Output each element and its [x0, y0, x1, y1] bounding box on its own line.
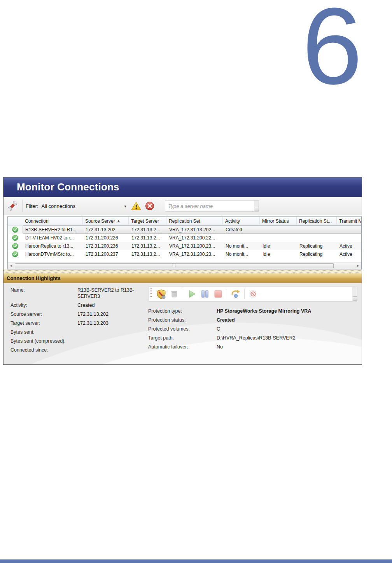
field-value: R13B-SERVER2 to R13B-SERVER3 [77, 287, 144, 299]
filter-value: All connections [42, 203, 75, 209]
column-header-target-server[interactable]: Target Server [129, 217, 166, 225]
column-header-source-server[interactable]: Source Server▲ [83, 217, 129, 225]
error-circle-icon[interactable] [145, 201, 154, 211]
wrench-icon[interactable] [6, 199, 19, 213]
table-header-row: Connection Source Server▲ Target Server … [8, 217, 361, 225]
field-label: Name: [10, 287, 77, 299]
table-row[interactable]: HaroonReplica to r13... 172.31.200.236 1… [8, 242, 361, 250]
search-scroll-nub[interactable] [254, 201, 259, 211]
column-header-replication-set[interactable]: Replication Set [166, 217, 223, 225]
monitor-connections-window: Monitor Connections Filter: All connecti… [3, 177, 362, 365]
field-value [77, 329, 144, 335]
field-value: D:\HVRA_Replicas\R13B-SERVER2 [217, 335, 357, 341]
field-value: No [217, 344, 357, 350]
field-value: Created [77, 302, 144, 308]
protection-details: Protection type: HP StorageWorks Storage… [148, 286, 357, 350]
toolbar-separator [22, 200, 23, 212]
splitter-handle[interactable] [4, 269, 362, 273]
field-value: 172.31.13.203 [77, 320, 144, 326]
field-label: Protected volumes: [148, 326, 217, 332]
section-title: Connection Highlights [7, 275, 61, 281]
window-titlebar: Monitor Connections [4, 178, 362, 197]
server-search-box [165, 200, 259, 212]
field-label: Target path: [148, 335, 217, 341]
row-cells: HaroonDTVmMSrc to... 172.31.200.237 172.… [23, 250, 361, 258]
scrollbar-thumb[interactable] [15, 263, 334, 268]
start-icon[interactable] [186, 288, 198, 300]
page-footer-rule [0, 559, 392, 563]
field-value: C [217, 326, 357, 332]
scroll-left-icon[interactable]: ◄ [8, 262, 14, 269]
connection-highlights-header: Connection Highlights [4, 273, 362, 283]
field-label: Protection status: [148, 317, 217, 323]
chevron-down-icon: ▾ [124, 204, 126, 208]
toolbar-separator [244, 289, 245, 299]
column-header-status[interactable] [8, 217, 23, 225]
column-header-activity[interactable]: Activity [223, 217, 260, 225]
search-input[interactable] [165, 201, 254, 211]
field-value: 172.31.13.202 [77, 311, 144, 317]
field-label: Bytes sent (compressed): [10, 338, 77, 344]
failover-icon[interactable] [230, 288, 242, 300]
filter-dropdown[interactable]: All connections ▾ [42, 203, 129, 209]
field-value [77, 347, 144, 353]
table-row[interactable]: R13B-SERVER2 to R1... 172.31.13.202 172.… [8, 225, 361, 234]
status-ok-icon [8, 227, 23, 233]
field-value: Created [217, 317, 357, 323]
column-header-mirror-status[interactable]: Mirror Status [260, 217, 297, 225]
sort-ascending-icon: ▲ [117, 219, 120, 223]
horizontal-scrollbar[interactable]: ◄ ► [8, 262, 361, 269]
field-value [77, 338, 144, 344]
toolbar-separator [160, 200, 160, 212]
pause-icon[interactable] [199, 288, 211, 300]
connection-summary-fields: Name: R13B-SERVER2 to R13B-SERVER3 Activ… [10, 287, 147, 353]
delete-icon[interactable] [168, 288, 180, 300]
scrollbar-grip-icon [173, 264, 176, 267]
row-cells: DT-VTEAM-HV02 to r... 172.31.200.226 172… [23, 234, 361, 242]
column-header-transmit-mode[interactable]: Transmit M [337, 217, 361, 225]
field-label: Activity: [10, 302, 77, 308]
field-label: Bytes sent: [10, 329, 77, 335]
status-ok-icon [8, 235, 23, 241]
field-label: Protection type: [148, 308, 217, 314]
field-label: Source server: [10, 311, 77, 317]
toolbar-separator [227, 289, 227, 299]
connection-actions-toolbar [148, 286, 357, 302]
chapter-number: 6 [302, 0, 362, 100]
filter-label: Filter: [26, 203, 38, 209]
connection-highlights-panel: Name: R13B-SERVER2 to R13B-SERVER3 Activ… [4, 283, 362, 364]
connections-table: Connection Source Server▲ Target Server … [7, 216, 362, 269]
protection-shield-icon[interactable] [155, 288, 167, 300]
row-highlight: R13B-SERVER2 to R1... 172.31.13.202 172.… [23, 225, 361, 234]
actionbar-scroll-nub[interactable] [352, 287, 357, 301]
warning-triangle-icon[interactable] [131, 201, 141, 211]
window-title: Monitor Connections [17, 181, 119, 193]
scroll-right-icon[interactable]: ► [355, 262, 361, 269]
status-ok-icon [8, 243, 23, 249]
column-header-connection[interactable]: Connection [23, 217, 83, 225]
field-value: HP StorageWorks Storage Mirroring VRA [217, 308, 357, 314]
field-label: Connected since: [10, 347, 77, 353]
row-cells: HaroonReplica to r13... 172.31.200.236 1… [23, 242, 361, 250]
field-label: Automatic failover: [148, 344, 217, 350]
table-row[interactable]: DT-VTEAM-HV02 to r... 172.31.200.226 172… [8, 234, 361, 242]
protection-fields: Protection type: HP StorageWorks Storage… [148, 308, 357, 350]
toolbar-separator [183, 289, 183, 299]
remove-protection-icon[interactable] [247, 288, 259, 300]
table-row[interactable]: HaroonDTVmMSrc to... 172.31.200.237 172.… [8, 250, 361, 258]
field-label: Target server: [10, 320, 77, 326]
status-ok-icon [8, 251, 23, 257]
drag-grip-icon[interactable] [150, 289, 152, 299]
filter-toolbar: Filter: All connections ▾ [4, 197, 362, 215]
stop-icon[interactable] [212, 288, 224, 300]
column-header-replication-status[interactable]: Replication St... [297, 217, 337, 225]
